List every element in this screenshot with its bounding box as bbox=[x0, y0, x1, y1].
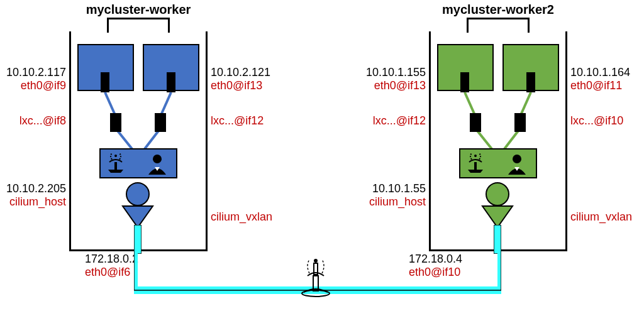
svg-point-14 bbox=[474, 155, 477, 157]
node1-pod1-label: 10.10.2.117 eth0@if9 bbox=[0, 66, 66, 92]
node2-cap bbox=[467, 18, 530, 33]
svg-point-15 bbox=[513, 155, 521, 163]
node1-ext-label: 172.18.0.2 eth0@if6 bbox=[85, 253, 138, 278]
node1-vxlan-label: cilium_vxlan bbox=[211, 210, 272, 224]
node2-pod2-label: 10.10.1.164 eth0@if11 bbox=[570, 66, 630, 92]
dev-text: eth0@if13 bbox=[211, 79, 262, 92]
svg-line-10 bbox=[521, 92, 531, 115]
ip-text: 10.10.1.155 bbox=[366, 66, 426, 79]
node1-cap bbox=[107, 18, 170, 33]
node1-host-circle bbox=[126, 182, 150, 206]
node1-lxc2-label: lxc...@if12 bbox=[211, 114, 264, 128]
svg-rect-13 bbox=[474, 162, 477, 170]
dev-text: eth0@if9 bbox=[21, 79, 66, 92]
node2-veth-lines bbox=[429, 91, 567, 154]
node1-title: mycluster-worker bbox=[69, 3, 208, 17]
node1-veth-lines bbox=[69, 91, 208, 154]
dev-text: cilium_host bbox=[369, 195, 426, 208]
svg-line-1 bbox=[161, 92, 171, 115]
node2-pod1-label: 10.10.1.155 eth0@if13 bbox=[357, 66, 426, 92]
node2-title: mycluster-worker2 bbox=[423, 3, 574, 17]
node2-pod1-nic bbox=[460, 72, 469, 92]
node2-lxc2-nic bbox=[514, 113, 526, 132]
ip-text: 10.10.2.205 bbox=[6, 182, 66, 195]
ip-text: 10.10.2.117 bbox=[6, 66, 66, 79]
svg-point-6 bbox=[153, 155, 162, 163]
svg-point-21 bbox=[314, 259, 318, 263]
svg-marker-7 bbox=[123, 206, 153, 227]
dev-text: cilium_vxlan bbox=[570, 210, 632, 223]
dev-text: eth0@if13 bbox=[374, 79, 426, 92]
svg-line-3 bbox=[145, 130, 159, 149]
node2-host-label: 10.10.1.55 cilium_host bbox=[357, 182, 426, 208]
dev-text: lxc...@if12 bbox=[211, 114, 264, 127]
dev-text: lxc...@if10 bbox=[570, 114, 623, 127]
node1-lxc1-label: lxc...@if8 bbox=[0, 114, 66, 128]
dev-text: lxc...@if8 bbox=[19, 114, 66, 127]
node1-host-label: 10.10.2.205 cilium_host bbox=[0, 182, 66, 208]
ip-text: 10.10.1.55 bbox=[372, 182, 426, 195]
dev-text: cilium_host bbox=[9, 195, 66, 208]
svg-rect-8 bbox=[134, 225, 142, 254]
node1-vxlan-stem bbox=[134, 225, 142, 254]
node1-pod2-nic bbox=[167, 72, 175, 92]
ip-text: 10.10.1.164 bbox=[570, 66, 630, 79]
svg-line-0 bbox=[105, 92, 115, 115]
svg-line-11 bbox=[477, 130, 492, 149]
node1-pod2-label: 10.10.2.121 eth0@if13 bbox=[211, 66, 270, 92]
dev-text: lxc...@if12 bbox=[373, 114, 426, 127]
node1-lxc1-nic bbox=[110, 113, 121, 132]
dev-text: eth0@if11 bbox=[570, 79, 622, 92]
svg-line-2 bbox=[117, 130, 132, 149]
node2-lxc2-label: lxc...@if10 bbox=[570, 114, 623, 128]
node2-lxc1-label: lxc...@if12 bbox=[357, 114, 426, 128]
node2-vxlan-label: cilium_vxlan bbox=[570, 210, 632, 224]
node2-lxc1-nic bbox=[470, 113, 481, 132]
fountain-icon bbox=[463, 151, 488, 176]
node2-vxlan-stem bbox=[494, 225, 501, 254]
node1-lxc2-nic bbox=[155, 113, 166, 132]
ip-text: 172.18.0.2 bbox=[85, 253, 138, 265]
svg-line-9 bbox=[465, 92, 475, 115]
svg-rect-17 bbox=[494, 225, 501, 254]
svg-point-5 bbox=[114, 155, 117, 157]
node2-host-circle bbox=[486, 182, 509, 206]
network-fountain-icon bbox=[294, 254, 338, 298]
svg-line-12 bbox=[504, 130, 519, 149]
agent-icon bbox=[504, 151, 530, 176]
node1-pod1-nic bbox=[101, 72, 109, 92]
svg-rect-4 bbox=[114, 162, 117, 170]
node2-pod2-nic bbox=[526, 72, 535, 92]
dev-text: cilium_vxlan bbox=[211, 210, 272, 223]
agent-icon bbox=[145, 151, 170, 176]
fountain-icon bbox=[103, 151, 128, 176]
svg-marker-16 bbox=[482, 206, 513, 227]
ip-text: 10.10.2.121 bbox=[211, 66, 270, 79]
dev-text: eth0@if6 bbox=[85, 266, 130, 278]
